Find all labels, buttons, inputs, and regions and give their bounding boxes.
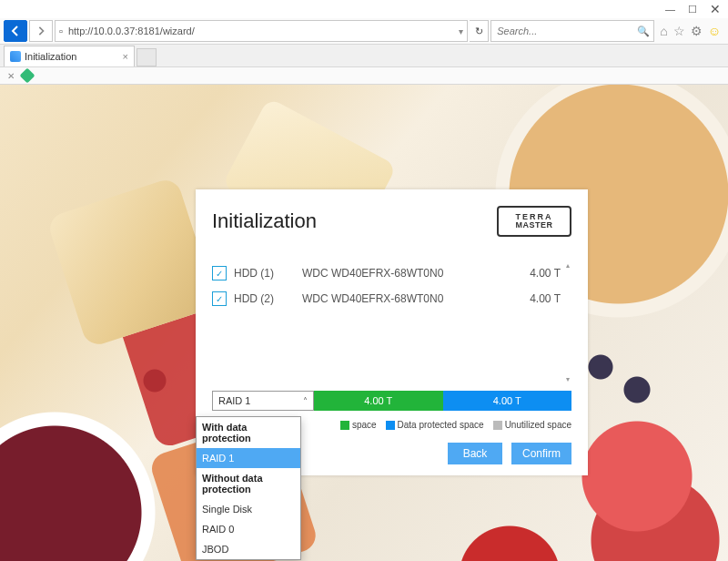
raid-dropdown: With data protection RAID 1 Without data…	[196, 416, 301, 560]
window-minimize-button[interactable]: —	[665, 4, 675, 15]
page-content: Initialization TERRA MASTER ✓ HDD (1) WD…	[0, 85, 728, 561]
confirm-button[interactable]: Confirm	[511, 443, 571, 464]
segment-protected: 4.00 T	[443, 391, 572, 411]
browser-chrome: — ☐ ✕ ▫ ▾ ↻ 🔍 ⌂ ☆ ⚙ ☺ Initializatio	[0, 0, 728, 85]
nav-forward-button[interactable]	[29, 20, 53, 42]
tools-icon[interactable]: ⚙	[691, 24, 703, 38]
swatch-available	[340, 421, 349, 430]
hdd-checkbox[interactable]: ✓	[212, 266, 227, 280]
address-bar[interactable]: ▫ ▾	[55, 20, 468, 42]
hdd-checkbox[interactable]: ✓	[212, 291, 227, 306]
hdd-row: ✓ HDD (1) WDC WD40EFRX-68WT0N0 4.00 T	[212, 260, 561, 286]
home-icon[interactable]: ⌂	[660, 24, 667, 38]
page-icon: ▫	[59, 26, 63, 36]
raid-selected-label: RAID 1	[218, 395, 250, 406]
legend-item: Unutilized space	[493, 420, 571, 430]
scroll-down-icon[interactable]: ▾	[564, 374, 571, 383]
browser-tab[interactable]: Initialization ×	[4, 46, 135, 66]
new-tab-button[interactable]	[136, 48, 157, 66]
browser-tab-row: Initialization ×	[0, 45, 728, 67]
extension-toolbar: ✕	[0, 67, 728, 85]
legend-item: space	[340, 420, 377, 430]
chevron-up-icon: ˄	[303, 396, 308, 406]
search-bar[interactable]: 🔍	[490, 20, 654, 42]
hdd-name: HDD (1)	[234, 267, 302, 280]
hdd-size: 4.00 T	[520, 267, 561, 280]
feedback-icon[interactable]: ☺	[708, 24, 721, 38]
dropdown-url-icon[interactable]: ▾	[459, 26, 463, 36]
segment-available: 4.00 T	[314, 391, 443, 411]
search-input[interactable]	[495, 25, 637, 37]
window-title-bar: — ☐ ✕	[0, 0, 728, 18]
scrollbar[interactable]: ▴ ▾	[564, 260, 571, 383]
shield-icon[interactable]	[20, 68, 35, 84]
wizard-title: Initialization	[212, 209, 317, 233]
scroll-up-icon[interactable]: ▴	[564, 260, 571, 270]
dropdown-option-raid1[interactable]: RAID 1	[197, 448, 300, 468]
dropdown-option-jbod[interactable]: JBOD	[197, 539, 300, 559]
tab-favicon	[10, 51, 21, 62]
browser-nav-row: ▫ ▾ ↻ 🔍 ⌂ ☆ ⚙ ☺	[0, 18, 728, 45]
dropdown-header-unprotected: Without data protection	[197, 468, 300, 499]
hdd-list: ✓ HDD (1) WDC WD40EFRX-68WT0N0 4.00 T ✓ …	[212, 260, 571, 383]
window-close-button[interactable]: ✕	[710, 2, 721, 16]
hdd-name: HDD (2)	[234, 292, 302, 305]
hdd-size: 4.00 T	[520, 292, 561, 305]
legend-item: Data protected space	[386, 420, 484, 430]
hdd-model: WDC WD40EFRX-68WT0N0	[302, 292, 520, 305]
terramaster-logo: TERRA MASTER	[497, 206, 571, 237]
swatch-protected	[386, 421, 395, 430]
address-input[interactable]	[66, 25, 455, 37]
nav-refresh-button[interactable]: ↻	[470, 20, 489, 42]
swatch-unutilized	[493, 421, 502, 430]
nav-back-button[interactable]	[4, 20, 27, 42]
search-lens-icon[interactable]: 🔍	[637, 26, 650, 37]
window-maximize-button[interactable]: ☐	[688, 4, 697, 15]
hdd-model: WDC WD40EFRX-68WT0N0	[302, 267, 520, 280]
raid-bar: RAID 1 ˄ 4.00 T 4.00 T	[212, 391, 571, 411]
hdd-row: ✓ HDD (2) WDC WD40EFRX-68WT0N0 4.00 T	[212, 286, 561, 311]
dropdown-option-raid0[interactable]: RAID 0	[197, 519, 300, 539]
back-button[interactable]: Back	[448, 443, 502, 464]
dropdown-option-single-disk[interactable]: Single Disk	[197, 499, 300, 519]
raid-select[interactable]: RAID 1 ˄	[212, 391, 314, 411]
favorites-icon[interactable]: ☆	[673, 24, 685, 38]
dropdown-header-protected: With data protection	[197, 417, 300, 448]
chrome-right-icons: ⌂ ☆ ⚙ ☺	[656, 24, 724, 38]
tab-title: Initialization	[25, 51, 76, 62]
toolbar-close-icon[interactable]: ✕	[7, 71, 15, 81]
tab-close-icon[interactable]: ×	[123, 51, 128, 62]
